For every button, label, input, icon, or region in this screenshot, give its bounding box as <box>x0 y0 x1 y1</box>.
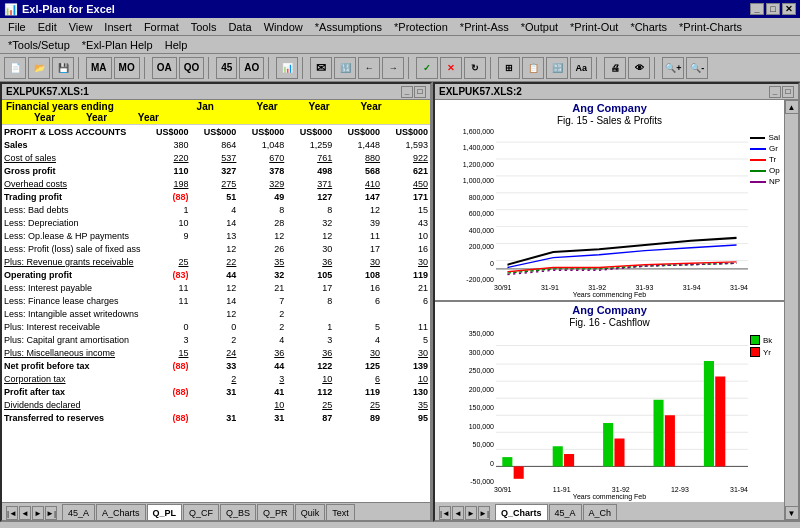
menu-view[interactable]: View <box>63 19 99 35</box>
spreadsheet-area[interactable]: Financial years ending Jan Year Year Yea… <box>2 100 430 502</box>
row-val: 17 <box>286 281 334 294</box>
qo-button[interactable]: QO <box>179 57 205 79</box>
menu-tools[interactable]: Tools <box>185 19 223 35</box>
tab-qpr[interactable]: Q_PR <box>257 504 294 520</box>
cancel-button[interactable]: ✕ <box>440 57 462 79</box>
chart-button[interactable]: 📊 <box>276 57 298 79</box>
menu-data[interactable]: Data <box>222 19 257 35</box>
45-button[interactable]: 45 <box>216 57 237 79</box>
menu-exlplan-help[interactable]: *Exl-Plan Help <box>76 37 159 53</box>
oa-button[interactable]: OA <box>152 57 177 79</box>
menu-help[interactable]: Help <box>159 37 194 53</box>
tab-qcf[interactable]: Q_CF <box>183 504 219 520</box>
tab-qpl[interactable]: Q_PL <box>147 504 183 520</box>
right-chart-layout: Ang Company Fig. 15 - Sales & Profits 1,… <box>435 100 798 520</box>
left-panel-controls[interactable]: _ □ <box>401 86 426 98</box>
cashflow-chart-container: Ang Company Fig. 16 - Cashflow 350,000 3… <box>435 302 784 502</box>
tab-45a[interactable]: 45_A <box>62 504 95 520</box>
chart1-y-axis: 1,600,000 1,400,000 1,200,000 1,000,000 … <box>439 128 494 283</box>
chart2-y-axis: 350,000 300,000 250,000 200,000 150,000 … <box>439 330 494 485</box>
left-max-button[interactable]: □ <box>414 86 426 98</box>
right-tab-first[interactable]: |◄ <box>439 506 451 520</box>
tab-qbs[interactable]: Q_BS <box>220 504 256 520</box>
check-button[interactable]: ✓ <box>416 57 438 79</box>
right-min-button[interactable]: _ <box>769 86 781 98</box>
copy-button[interactable]: ⊞ <box>498 57 520 79</box>
right-tab-prev[interactable]: ◄ <box>452 506 464 520</box>
right-max-button[interactable]: □ <box>782 86 794 98</box>
tab-last-button[interactable]: ►| <box>45 506 57 520</box>
menu-format[interactable]: Format <box>138 19 185 35</box>
row-val: 761 <box>286 151 334 164</box>
menu-insert[interactable]: Insert <box>98 19 138 35</box>
right-tab-qcharts[interactable]: Q_Charts <box>495 504 548 520</box>
new-button[interactable]: 📄 <box>4 57 26 79</box>
y-label: -50,000 <box>439 478 494 485</box>
menu-output[interactable]: *Output <box>515 19 564 35</box>
menu-charts[interactable]: *Charts <box>624 19 673 35</box>
menu-edit[interactable]: Edit <box>32 19 63 35</box>
row-val: 35 <box>382 398 430 411</box>
menu-print-ass[interactable]: *Print-Ass <box>454 19 515 35</box>
right-tab-45a[interactable]: 45_A <box>549 504 582 520</box>
right-tab-nav[interactable]: |◄ ◄ ► ►| <box>439 506 490 520</box>
tab-next-button[interactable]: ► <box>32 506 44 520</box>
maximize-button[interactable]: □ <box>766 3 780 15</box>
y-label: 150,000 <box>439 404 494 411</box>
format-button[interactable]: 🔡 <box>546 57 568 79</box>
ao-button[interactable]: AO <box>239 57 264 79</box>
row-val: 3 <box>238 372 286 385</box>
refresh-button[interactable]: ↻ <box>464 57 486 79</box>
row-val: 125 <box>334 359 382 372</box>
menu-print-out[interactable]: *Print-Out <box>564 19 624 35</box>
ma-button[interactable]: MA <box>86 57 112 79</box>
right-tab-last[interactable]: ►| <box>478 506 490 520</box>
save-button[interactable]: 💾 <box>52 57 74 79</box>
menu-print-charts[interactable]: *Print-Charts <box>673 19 748 35</box>
forward-button[interactable]: → <box>382 57 404 79</box>
print-button[interactable]: 🖨 <box>604 57 626 79</box>
tab-first-button[interactable]: |◄ <box>6 506 18 520</box>
row-val: 122 <box>286 359 334 372</box>
toolbar-1: 📄 📂 💾 MA MO OA QO 45 AO 📊 ✉ 🔢 ← → ✓ ✕ ↻ … <box>0 54 800 82</box>
calc-button[interactable]: 🔢 <box>334 57 356 79</box>
zoom-out-button[interactable]: 🔍- <box>686 57 708 79</box>
zoom-in-button[interactable]: 🔍+ <box>662 57 684 79</box>
menu-tools-setup[interactable]: *Tools/Setup <box>2 37 76 53</box>
mo-button[interactable]: MO <box>114 57 140 79</box>
tab-text[interactable]: Text <box>326 504 355 520</box>
scroll-down-arrow[interactable]: ▼ <box>785 506 799 520</box>
style-button[interactable]: Aa <box>570 57 592 79</box>
scroll-up-arrow[interactable]: ▲ <box>785 100 799 114</box>
preview-button[interactable]: 👁 <box>628 57 650 79</box>
close-button[interactable]: ✕ <box>782 3 796 15</box>
row-label: Less: Op.lease & HP payments <box>2 229 143 242</box>
menu-window[interactable]: Window <box>258 19 309 35</box>
minimize-button[interactable]: _ <box>750 3 764 15</box>
right-tab-ach[interactable]: A_Ch <box>583 504 618 520</box>
right-tab-next[interactable]: ► <box>465 506 477 520</box>
tab-prev-button[interactable]: ◄ <box>19 506 31 520</box>
scroll-track[interactable] <box>790 114 794 506</box>
table-row: Less: Finance lease charges 11 14 7 8 6 … <box>2 294 430 307</box>
menu-protection[interactable]: *Protection <box>388 19 454 35</box>
open-button[interactable]: 📂 <box>28 57 50 79</box>
right-panel-controls[interactable]: _ □ <box>769 86 794 98</box>
pl-table: PROFIT & LOSS ACCOUNTS US$000 US$000 US$… <box>2 125 430 424</box>
window-controls[interactable]: _ □ ✕ <box>750 3 796 15</box>
y-label: 1,200,000 <box>439 161 494 168</box>
row-val: (88) <box>143 385 191 398</box>
email-button[interactable]: ✉ <box>310 57 332 79</box>
right-scrollbar-vertical[interactable]: ▲ ▼ <box>784 100 798 520</box>
menu-file[interactable]: File <box>2 19 32 35</box>
tab-acharts[interactable]: A_Charts <box>96 504 146 520</box>
row-label: Less: Profit (loss) sale of fixed ass <box>2 242 143 255</box>
row-val: 568 <box>334 164 382 177</box>
tab-nav-controls[interactable]: |◄ ◄ ► ►| <box>6 506 57 520</box>
paste-button[interactable]: 📋 <box>522 57 544 79</box>
menu-assumptions[interactable]: *Assumptions <box>309 19 388 35</box>
back-button[interactable]: ← <box>358 57 380 79</box>
left-min-button[interactable]: _ <box>401 86 413 98</box>
chart1-plot-area <box>496 128 748 283</box>
tab-quik[interactable]: Quik <box>295 504 326 520</box>
